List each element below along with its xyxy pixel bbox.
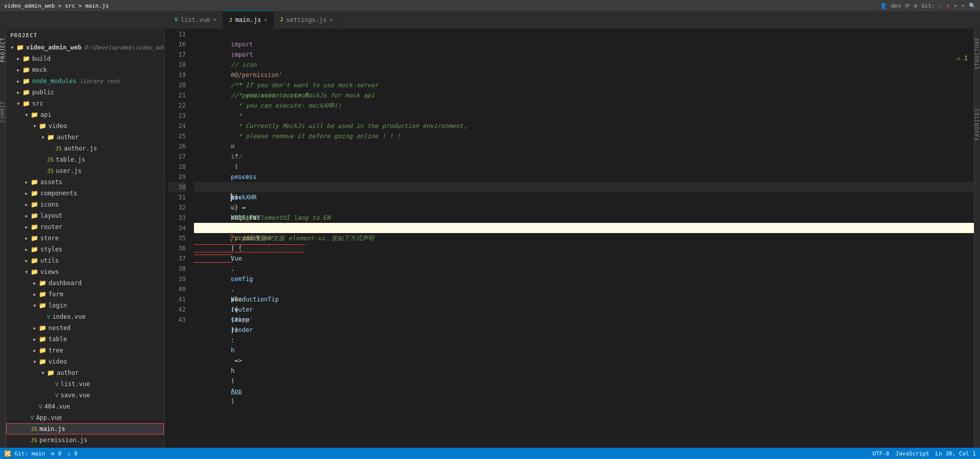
tree-item-dashboard[interactable]: 📁 dashboard	[6, 277, 164, 289]
settings-icon[interactable]: ⚙	[914, 3, 917, 9]
tree-item-api[interactable]: 📁 api	[6, 109, 164, 120]
var-h-42: h	[231, 347, 234, 354]
tree-item-app-vue[interactable]: V App.vue	[6, 412, 164, 423]
tree-item-utils[interactable]: 📁 utils	[6, 255, 164, 266]
folder-icon-node-modules: 📁	[22, 78, 30, 85]
tree-item-table[interactable]: 📁 table	[6, 334, 164, 345]
tree-item-styles[interactable]: 📁 styles	[6, 244, 164, 255]
tree-item-tree[interactable]: 📁 tree	[6, 345, 164, 356]
tree-item-index-vue[interactable]: V index.vue	[6, 311, 164, 322]
tree-arrow-styles	[22, 245, 31, 253]
folder-icon-nested: 📁	[39, 324, 46, 332]
code-line-31: ⊟ // set ElementUI lang to EN	[194, 192, 974, 202]
tree-label-components: components	[40, 190, 77, 197]
tree-label-author-js: author.js	[64, 145, 97, 152]
sync-icon[interactable]: ⟳	[905, 3, 910, 9]
tree-item-form[interactable]: 📁 form	[6, 289, 164, 300]
file-icon-permission-js: JS	[31, 437, 37, 444]
tree-item-nested[interactable]: 📁 nested	[6, 322, 164, 334]
code-line-21: * you can execute: mockXHR()	[194, 90, 974, 100]
undo-icon[interactable]: ↶	[954, 3, 958, 9]
tab-main-js[interactable]: J main.js ×	[223, 11, 274, 29]
vertical-tab-commit[interactable]: Commit	[0, 97, 7, 126]
tree-item-login[interactable]: 📁 login	[6, 300, 164, 311]
code-line-43: })	[194, 315, 974, 325]
tree-item-mock[interactable]: 📁 mock	[6, 64, 164, 75]
main-content: Project Commit Project 📁 video_admin_web…	[0, 29, 980, 448]
search-icon[interactable]: 🔍	[969, 3, 976, 9]
tree-arrow-form	[31, 290, 39, 298]
tree-item-public[interactable]: 📁 public	[6, 87, 164, 98]
folder-icon-api: 📁	[31, 111, 38, 118]
tree-label-nested: nested	[48, 324, 70, 332]
tree-item-components[interactable]: 📁 components	[6, 188, 164, 199]
tree-label-user-js: user.js	[56, 167, 82, 174]
tree-label-404-vue: 404.vue	[44, 403, 70, 410]
tree-item-router[interactable]: 📁 router	[6, 221, 164, 233]
folder-icon-assets: 📁	[31, 178, 38, 186]
user-icon[interactable]: 👤	[880, 3, 887, 9]
tree-label-styles: styles	[40, 246, 62, 253]
git-cross-icon[interactable]: ✗	[946, 3, 950, 9]
folder-icon-root: 📁	[16, 44, 24, 51]
tab-settings-js[interactable]: J settings.js ×	[274, 11, 340, 29]
line-numbers: 11 16 17 18 19 20 21 22 23 24 25 26 27 2…	[164, 29, 190, 448]
tab-list-vue-close[interactable]: ×	[213, 17, 216, 22]
folder-icon-tree: 📁	[39, 347, 46, 354]
tree-item-video-views[interactable]: 📁 video	[6, 356, 164, 367]
vertical-tab-favorites[interactable]: Favorites	[973, 104, 980, 144]
tree-item-permission-js[interactable]: JS permission.js	[6, 435, 164, 446]
tree-label-permission-js: permission.js	[39, 437, 87, 444]
tree-item-author-api[interactable]: 📁 author	[6, 132, 164, 143]
tree-item-author-js[interactable]: JS author.js	[6, 143, 164, 154]
tab-main-js-close[interactable]: ×	[264, 17, 267, 23]
status-bar-left: 🔀 Git: main ⊘ 0 ⚠ 0	[4, 450, 78, 457]
tree-item-user-js[interactable]: JS user.js	[6, 165, 164, 176]
folder-icon-table: 📁	[39, 336, 46, 343]
folder-icon-form: 📁	[39, 291, 46, 298]
status-encoding: UTF-8	[872, 450, 889, 457]
status-language: JavaScript	[895, 450, 929, 457]
code-content[interactable]: 11 16 17 18 19 20 21 22 23 24 25 26 27 2…	[164, 29, 974, 448]
tree-item-node-modules[interactable]: 📁 node_modules library root	[6, 75, 164, 87]
branch-display: dev	[891, 3, 901, 9]
tree-item-root[interactable]: 📁 video_admin_web D:\Develop\Web\video_a…	[6, 42, 164, 53]
tree-item-assets[interactable]: 📁 assets	[6, 176, 164, 188]
tree-item-build[interactable]: 📁 build	[6, 53, 164, 64]
tree-label-router: router	[40, 223, 62, 231]
folder-icon-author-api: 📁	[47, 134, 55, 141]
redo-icon[interactable]: ↷	[961, 3, 965, 9]
vertical-tab-structure[interactable]: Structure	[973, 33, 980, 73]
git-label: Git:	[921, 3, 935, 9]
file-icon-table-js: JS	[47, 157, 54, 163]
status-position: Ln 30, Col 1	[936, 450, 976, 457]
title-bar-left: video_admin_web > src > main.js	[4, 3, 109, 9]
git-check-icon[interactable]: ✓	[939, 3, 943, 9]
tree-item-src[interactable]: 📁 src	[6, 98, 164, 109]
tree-item-main-js[interactable]: JS main.js	[6, 423, 164, 435]
tree-item-author-views[interactable]: 📁 author	[6, 367, 164, 378]
tab-settings-js-close[interactable]: ×	[330, 17, 333, 22]
folder-icon-dashboard: 📁	[39, 279, 46, 287]
tree-item-404-vue[interactable]: V 404.vue	[6, 401, 164, 412]
tree-item-video-api[interactable]: 📁 video	[6, 120, 164, 132]
tree-item-save-vue[interactable]: V save.vue	[6, 390, 164, 401]
code-line-35	[194, 233, 974, 243]
tree-item-icons[interactable]: 📁 icons	[6, 199, 164, 210]
tree-item-layout[interactable]: 📁 layout	[6, 210, 164, 221]
tree-item-table-js[interactable]: JS table.js	[6, 154, 164, 165]
tree-item-store[interactable]: 📁 store	[6, 233, 164, 244]
file-tree: Project 📁 video_admin_web D:\Develop\Web…	[6, 29, 164, 448]
code-line-36: Vue . config . productionTip = false	[194, 243, 974, 253]
tab-list-vue[interactable]: V list.vue ×	[168, 11, 223, 29]
folder-icon-icons: 📁	[31, 201, 38, 208]
vertical-tab-project[interactable]: Project	[0, 33, 7, 66]
tree-label-main-js: main.js	[39, 425, 65, 432]
tree-label-index-vue: index.vue	[53, 313, 86, 320]
tree-arrow-tree	[31, 346, 39, 354]
file-icon-main-js: JS	[31, 426, 37, 432]
tab-settings-js-icon: J	[280, 17, 283, 22]
tree-item-list-vue[interactable]: V list.vue	[6, 378, 164, 390]
code-line-11: import ... // icon	[194, 29, 974, 39]
tree-item-views[interactable]: 📁 views	[6, 266, 164, 277]
